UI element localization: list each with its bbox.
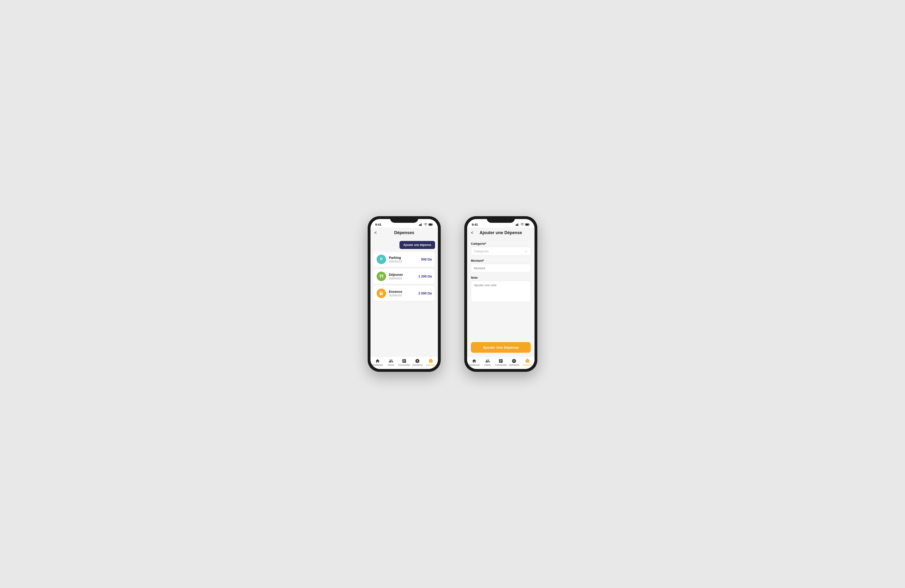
- nav-item-clients-1[interactable]: Clients: [384, 359, 397, 366]
- nav-label-commandes-2: Commandes: [495, 364, 507, 366]
- nav-label-commandes-1: Commandes: [398, 364, 410, 366]
- battery-icon: [429, 223, 433, 226]
- back-btn-2[interactable]: <: [471, 230, 473, 235]
- bottom-nav-2: Dashboard Clients Commandes: [467, 356, 535, 369]
- nav-label-depenses-1: Dépenses: [426, 364, 436, 366]
- clients-icon-2: [485, 359, 490, 363]
- svg-rect-9: [518, 224, 518, 226]
- nav-label-clients-1: Clients: [388, 364, 394, 366]
- nav-label-operations-2: Opérations: [509, 364, 519, 366]
- notch-2: [487, 216, 515, 223]
- submit-depense-button[interactable]: Ajouter Une Dépense: [471, 342, 531, 353]
- svg-rect-4: [429, 224, 432, 226]
- note-group: Note: [471, 276, 531, 302]
- parking-info: Parking 2020/02/23: [389, 256, 418, 263]
- categorie-placeholder: Catégories: [474, 250, 489, 253]
- expense-list-area: Ajouter une dépense P Parking 2020/02/23…: [370, 238, 438, 356]
- signal-icon-2: [516, 223, 519, 226]
- svg-rect-5: [429, 360, 432, 362]
- home-icon-2: [472, 359, 476, 363]
- signal-icon: [419, 223, 423, 226]
- clients-icon: [389, 359, 393, 363]
- notch-1: [390, 216, 418, 223]
- nav-label-dashboard-2: Dashboard: [469, 364, 479, 366]
- wifi-icon: [424, 223, 427, 226]
- depenses-icon-active: [429, 359, 433, 363]
- svg-rect-12: [526, 360, 529, 362]
- wifi-icon-2: [520, 223, 524, 226]
- nav-item-commandes-1[interactable]: Commandes: [398, 359, 410, 366]
- status-icons-2: [516, 223, 530, 226]
- page-title-1: Dépenses: [394, 230, 414, 235]
- chevron-down-icon: [524, 250, 528, 253]
- nav-item-clients-2[interactable]: Clients: [481, 359, 494, 366]
- nav-item-operations-1[interactable]: Opérations: [411, 359, 424, 366]
- nav-label-dashboard-1: Dashboard: [372, 364, 383, 366]
- essence-amount: 2 000 Da: [418, 291, 432, 295]
- status-icons-1: [419, 223, 433, 226]
- commandes-icon-2: [499, 359, 503, 363]
- nav-label-operations-1: Opérations: [412, 364, 422, 366]
- nav-item-depenses-1[interactable]: Dépenses: [425, 359, 437, 366]
- nav-item-depenses-2[interactable]: Dépenses: [521, 359, 533, 366]
- dejeuner-date: 2020/02/23: [389, 277, 416, 280]
- add-expense-button[interactable]: Ajouter une dépense: [400, 241, 435, 249]
- header-2: < Ajouter une Dépense: [467, 227, 535, 238]
- nav-item-dashboard-1[interactable]: Dashboard: [372, 359, 384, 366]
- svg-rect-7: [516, 224, 516, 226]
- status-time-1: 9:41: [375, 223, 381, 226]
- back-btn-1[interactable]: <: [374, 230, 377, 235]
- parking-name: Parking: [389, 256, 418, 259]
- operations-icon: [415, 359, 420, 363]
- home-icon: [375, 359, 380, 363]
- nav-item-commandes-2[interactable]: Commandes: [495, 359, 507, 366]
- header-1: < Dépenses: [370, 227, 438, 238]
- dejeuner-icon: [376, 272, 386, 281]
- note-textarea[interactable]: [471, 281, 531, 302]
- svg-rect-6: [430, 359, 432, 360]
- bottom-nav-1: Dashboard Clients Commandes: [370, 356, 438, 369]
- essence-date: 2020/02/23: [389, 294, 416, 297]
- page-title-2: Ajouter une Dépense: [479, 230, 522, 235]
- svg-rect-11: [526, 224, 529, 226]
- status-time-2: 9:41: [472, 223, 478, 226]
- commandes-icon: [402, 359, 406, 363]
- expense-card-parking[interactable]: P Parking 2020/02/23 500 Da: [373, 252, 435, 267]
- expense-card-dejeuner[interactable]: Déjeuner 2020/02/23 1 200 Da: [373, 269, 435, 284]
- essence-name: Essence: [389, 290, 416, 294]
- dejeuner-amount: 1 200 Da: [418, 275, 432, 278]
- battery-icon-2: [525, 223, 530, 226]
- svg-rect-0: [419, 224, 420, 226]
- parking-date: 2020/02/23: [389, 260, 418, 263]
- svg-rect-2: [421, 224, 422, 226]
- dejeuner-info: Déjeuner 2020/02/23: [389, 273, 416, 280]
- add-depense-form: Catégorie* Catégories Montant* Note: [467, 238, 535, 356]
- essence-info: Essence 2020/02/23: [389, 290, 416, 297]
- nav-label-clients-2: Clients: [484, 364, 491, 366]
- phone-1: 9:41: [368, 216, 441, 372]
- categorie-group: Catégorie* Catégories: [471, 242, 531, 256]
- montant-label: Montant*: [471, 259, 531, 262]
- phone-1-inner: 9:41: [370, 219, 438, 369]
- expense-card-essence[interactable]: Essence 2020/02/23 2 000 Da: [373, 286, 435, 301]
- montant-group: Montant*: [471, 259, 531, 273]
- depenses-icon-2-active: [525, 359, 530, 363]
- categorie-label: Catégorie*: [471, 242, 531, 245]
- nav-item-dashboard-2[interactable]: Dashboard: [468, 359, 480, 366]
- svg-rect-1: [420, 224, 421, 226]
- dejeuner-name: Déjeuner: [389, 273, 416, 277]
- svg-rect-13: [527, 359, 528, 360]
- phone-2: 9:41: [464, 216, 537, 372]
- montant-input[interactable]: [471, 264, 531, 273]
- phone-2-inner: 9:41: [467, 219, 535, 369]
- parking-icon: P: [376, 254, 386, 264]
- categorie-select[interactable]: Catégories: [471, 247, 531, 256]
- operations-icon-2: [512, 359, 516, 363]
- parking-amount: 500 Da: [421, 257, 432, 261]
- nav-label-depenses-2: Dépenses: [523, 364, 532, 366]
- nav-item-operations-2[interactable]: Opérations: [508, 359, 520, 366]
- note-label: Note: [471, 276, 531, 280]
- svg-rect-8: [517, 224, 517, 226]
- canvas: 9:41: [302, 196, 603, 392]
- essence-icon: [376, 289, 386, 298]
